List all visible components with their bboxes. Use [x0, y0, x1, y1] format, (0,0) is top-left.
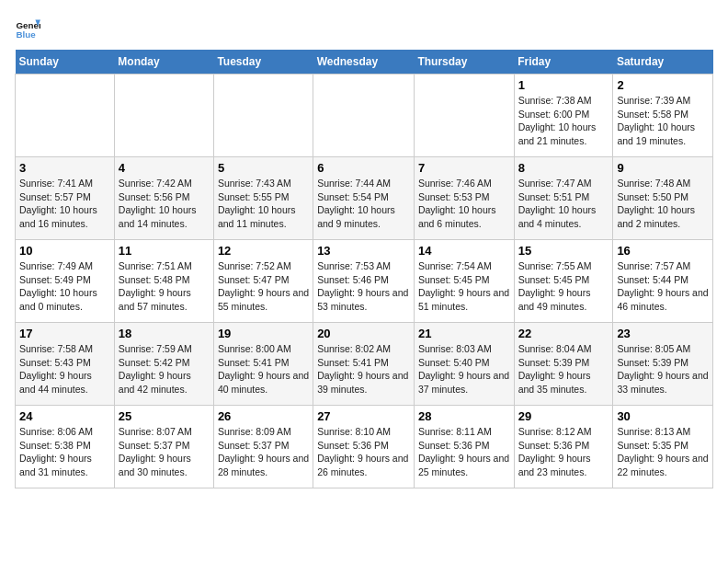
calendar-table: SundayMondayTuesdayWednesdayThursdayFrid…: [15, 50, 713, 488]
calendar-week-2: 3Sunrise: 7:41 AMSunset: 5:57 PMDaylight…: [16, 157, 713, 240]
day-number: 18: [119, 327, 210, 340]
day-number: 17: [19, 327, 110, 340]
day-info: Sunrise: 7:58 AMSunset: 5:43 PMDaylight:…: [19, 342, 110, 396]
calendar-cell: 14Sunrise: 7:54 AMSunset: 5:45 PMDayligh…: [414, 240, 514, 323]
day-info: Sunrise: 7:53 AMSunset: 5:46 PMDaylight:…: [317, 259, 410, 314]
day-number: 25: [119, 409, 210, 423]
day-info: Sunrise: 7:42 AMSunset: 5:56 PMDaylight:…: [119, 177, 210, 231]
calendar-cell: 20Sunrise: 8:02 AMSunset: 5:41 PMDayligh…: [313, 323, 415, 406]
day-number: 29: [518, 409, 609, 423]
day-number: 9: [617, 161, 709, 175]
calendar-cell: 6Sunrise: 7:44 AMSunset: 5:54 PMDaylight…: [313, 157, 415, 240]
calendar-cell: 11Sunrise: 7:51 AMSunset: 5:48 PMDayligh…: [114, 240, 213, 323]
day-info: Sunrise: 8:03 AMSunset: 5:40 PMDaylight:…: [418, 342, 510, 396]
day-info: Sunrise: 7:59 AMSunset: 5:42 PMDaylight:…: [119, 342, 210, 396]
day-info: Sunrise: 8:10 AMSunset: 5:36 PMDaylight:…: [317, 425, 410, 479]
day-number: 28: [418, 409, 510, 423]
day-info: Sunrise: 7:39 AMSunset: 5:58 PMDaylight:…: [617, 94, 709, 148]
day-header-monday: Monday: [114, 50, 213, 75]
day-header-tuesday: Tuesday: [213, 50, 313, 75]
day-info: Sunrise: 8:13 AMSunset: 5:35 PMDaylight:…: [617, 425, 709, 479]
day-info: Sunrise: 7:46 AMSunset: 5:53 PMDaylight:…: [418, 177, 510, 231]
day-number: 20: [317, 327, 410, 340]
day-info: Sunrise: 8:00 AMSunset: 5:41 PMDaylight:…: [218, 342, 309, 396]
day-number: 15: [518, 244, 609, 258]
day-number: 1: [518, 78, 609, 92]
calendar-cell: 1Sunrise: 7:38 AMSunset: 6:00 PMDaylight…: [514, 75, 613, 157]
calendar-cell: 19Sunrise: 8:00 AMSunset: 5:41 PMDayligh…: [213, 323, 313, 406]
day-header-thursday: Thursday: [414, 50, 514, 75]
day-info: Sunrise: 7:41 AMSunset: 5:57 PMDaylight:…: [19, 177, 110, 231]
calendar-cell: 3Sunrise: 7:41 AMSunset: 5:57 PMDaylight…: [16, 157, 115, 240]
calendar-cell: 4Sunrise: 7:42 AMSunset: 5:56 PMDaylight…: [114, 157, 213, 240]
day-number: 21: [418, 327, 510, 340]
calendar-body: 1Sunrise: 7:38 AMSunset: 6:00 PMDaylight…: [16, 75, 713, 488]
day-info: Sunrise: 7:47 AMSunset: 5:51 PMDaylight:…: [518, 177, 609, 231]
day-number: 4: [119, 161, 210, 175]
day-number: 13: [317, 244, 410, 258]
day-number: 7: [418, 161, 510, 175]
calendar-cell: [213, 75, 313, 157]
calendar-cell: 22Sunrise: 8:04 AMSunset: 5:39 PMDayligh…: [514, 323, 613, 406]
calendar-week-3: 10Sunrise: 7:49 AMSunset: 5:49 PMDayligh…: [16, 240, 713, 323]
calendar-header: SundayMondayTuesdayWednesdayThursdayFrid…: [16, 50, 713, 75]
day-info: Sunrise: 7:57 AMSunset: 5:44 PMDaylight:…: [617, 259, 709, 314]
day-info: Sunrise: 8:06 AMSunset: 5:38 PMDaylight:…: [19, 425, 110, 479]
calendar-week-1: 1Sunrise: 7:38 AMSunset: 6:00 PMDaylight…: [16, 75, 713, 157]
calendar-cell: [16, 75, 115, 157]
day-header-sunday: Sunday: [16, 50, 115, 75]
calendar-cell: [114, 75, 213, 157]
day-number: 22: [518, 327, 609, 340]
day-number: 16: [617, 244, 709, 258]
day-number: 2: [617, 78, 709, 92]
day-info: Sunrise: 7:54 AMSunset: 5:45 PMDaylight:…: [418, 259, 510, 314]
day-info: Sunrise: 8:09 AMSunset: 5:37 PMDaylight:…: [218, 425, 309, 479]
day-number: 26: [218, 409, 309, 423]
day-number: 5: [218, 161, 309, 175]
day-number: 23: [617, 327, 709, 340]
day-info: Sunrise: 8:05 AMSunset: 5:39 PMDaylight:…: [617, 342, 709, 396]
day-header-wednesday: Wednesday: [313, 50, 415, 75]
calendar-week-4: 17Sunrise: 7:58 AMSunset: 5:43 PMDayligh…: [16, 323, 713, 406]
calendar-week-5: 24Sunrise: 8:06 AMSunset: 5:38 PMDayligh…: [16, 406, 713, 488]
day-number: 6: [317, 161, 410, 175]
day-info: Sunrise: 7:38 AMSunset: 6:00 PMDaylight:…: [518, 94, 609, 148]
page-header: General Blue: [15, 15, 713, 40]
calendar-cell: 24Sunrise: 8:06 AMSunset: 5:38 PMDayligh…: [16, 406, 115, 488]
calendar-cell: 21Sunrise: 8:03 AMSunset: 5:40 PMDayligh…: [414, 323, 514, 406]
calendar-cell: 9Sunrise: 7:48 AMSunset: 5:50 PMDaylight…: [613, 157, 713, 240]
calendar-cell: 16Sunrise: 7:57 AMSunset: 5:44 PMDayligh…: [613, 240, 713, 323]
day-info: Sunrise: 7:51 AMSunset: 5:48 PMDaylight:…: [119, 259, 210, 314]
calendar-cell: 29Sunrise: 8:12 AMSunset: 5:36 PMDayligh…: [514, 406, 613, 488]
calendar-cell: 25Sunrise: 8:07 AMSunset: 5:37 PMDayligh…: [114, 406, 213, 488]
day-number: 19: [218, 327, 309, 340]
calendar-cell: [313, 75, 415, 157]
calendar-cell: 2Sunrise: 7:39 AMSunset: 5:58 PMDaylight…: [613, 75, 713, 157]
calendar-cell: 7Sunrise: 7:46 AMSunset: 5:53 PMDaylight…: [414, 157, 514, 240]
calendar-cell: 18Sunrise: 7:59 AMSunset: 5:42 PMDayligh…: [114, 323, 213, 406]
day-number: 14: [418, 244, 510, 258]
day-info: Sunrise: 7:52 AMSunset: 5:47 PMDaylight:…: [218, 259, 309, 314]
calendar-cell: 30Sunrise: 8:13 AMSunset: 5:35 PMDayligh…: [613, 406, 713, 488]
calendar-cell: 8Sunrise: 7:47 AMSunset: 5:51 PMDaylight…: [514, 157, 613, 240]
day-info: Sunrise: 8:02 AMSunset: 5:41 PMDaylight:…: [317, 342, 410, 396]
day-number: 12: [218, 244, 309, 258]
day-info: Sunrise: 8:07 AMSunset: 5:37 PMDaylight:…: [119, 425, 210, 479]
svg-text:Blue: Blue: [16, 29, 36, 40]
calendar-cell: 23Sunrise: 8:05 AMSunset: 5:39 PMDayligh…: [613, 323, 713, 406]
day-header-friday: Friday: [514, 50, 613, 75]
day-number: 3: [19, 161, 110, 175]
day-info: Sunrise: 8:11 AMSunset: 5:36 PMDaylight:…: [418, 425, 510, 479]
calendar-cell: 27Sunrise: 8:10 AMSunset: 5:36 PMDayligh…: [313, 406, 415, 488]
day-number: 24: [19, 409, 110, 423]
day-info: Sunrise: 7:48 AMSunset: 5:50 PMDaylight:…: [617, 177, 709, 231]
day-header-saturday: Saturday: [613, 50, 713, 75]
day-number: 30: [617, 409, 709, 423]
day-info: Sunrise: 7:43 AMSunset: 5:55 PMDaylight:…: [218, 177, 309, 231]
logo: General Blue: [15, 15, 40, 40]
day-info: Sunrise: 7:49 AMSunset: 5:49 PMDaylight:…: [19, 259, 110, 314]
day-number: 11: [119, 244, 210, 258]
logo-icon: General Blue: [15, 15, 40, 40]
calendar-cell: 12Sunrise: 7:52 AMSunset: 5:47 PMDayligh…: [213, 240, 313, 323]
calendar-cell: 13Sunrise: 7:53 AMSunset: 5:46 PMDayligh…: [313, 240, 415, 323]
